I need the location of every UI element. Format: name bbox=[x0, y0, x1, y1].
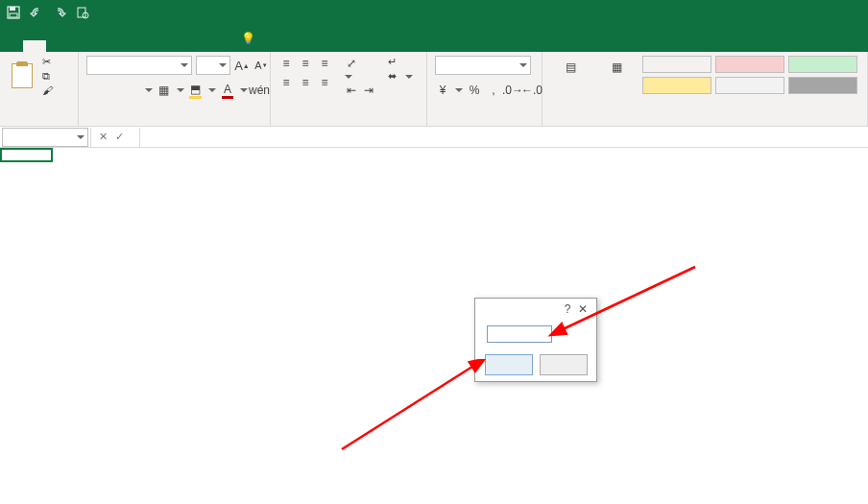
tell-me-search[interactable]: 💡 bbox=[230, 25, 271, 52]
annotation-arrow-2 bbox=[336, 359, 490, 455]
align-middle-icon[interactable]: ≡ bbox=[298, 56, 313, 71]
fill-color-button[interactable]: ⬒ bbox=[188, 83, 204, 98]
style-good[interactable] bbox=[788, 56, 857, 73]
align-left-icon[interactable]: ≡ bbox=[278, 75, 294, 90]
row-height-input[interactable] bbox=[487, 325, 552, 343]
font-size-combo[interactable] bbox=[196, 56, 230, 75]
save-icon[interactable] bbox=[6, 5, 21, 20]
brush-icon: 🖌 bbox=[42, 84, 53, 96]
accounting-dropdown-icon[interactable] bbox=[455, 88, 463, 96]
increase-indent-icon[interactable]: ⇥ bbox=[361, 83, 376, 98]
ok-button[interactable] bbox=[485, 354, 533, 375]
underline-dropdown-icon[interactable] bbox=[145, 88, 153, 96]
ribbon: ✂ ⧉ 🖌 A▲ A▼ ▦ ⬒ A wén bbox=[0, 52, 868, 127]
bold-button[interactable] bbox=[86, 83, 102, 98]
tab-view[interactable] bbox=[161, 40, 184, 52]
scissors-icon: ✂ bbox=[42, 56, 51, 68]
group-alignment: ≡ ≡ ≡ ≡ ≡ ≡ ⤢ ⇤ ⇥ ↵ ⬌ bbox=[271, 52, 427, 126]
copy-button[interactable]: ⧉ bbox=[42, 70, 57, 83]
align-top-icon[interactable]: ≡ bbox=[278, 56, 294, 71]
increase-font-icon[interactable]: A▲ bbox=[234, 58, 250, 73]
cut-button[interactable]: ✂ bbox=[42, 56, 57, 68]
alignment-grid: ≡ ≡ ≡ ≡ ≡ ≡ bbox=[278, 56, 334, 92]
tab-review[interactable] bbox=[138, 40, 161, 52]
group-number: ¥ % , .0→ ←.0 bbox=[427, 52, 542, 126]
enter-icon[interactable]: ✓ bbox=[115, 131, 124, 143]
formula-bar: ✕ ✓ bbox=[0, 127, 868, 148]
font-name-combo[interactable] bbox=[86, 56, 192, 75]
table-format-icon[interactable]: ▦ bbox=[605, 56, 628, 79]
phonetic-button[interactable]: wén bbox=[252, 83, 267, 98]
tab-page-layout[interactable] bbox=[69, 40, 92, 52]
svg-rect-2 bbox=[10, 13, 17, 17]
tab-pdf-tools[interactable] bbox=[207, 40, 230, 52]
align-right-icon[interactable]: ≡ bbox=[317, 75, 332, 90]
merge-icon: ⬌ bbox=[388, 70, 397, 83]
selection-rectangle bbox=[0, 148, 53, 162]
number-format-combo[interactable] bbox=[435, 56, 531, 75]
percent-button[interactable]: % bbox=[467, 83, 482, 98]
paste-button[interactable] bbox=[8, 56, 36, 98]
ribbon-tabs: 💡 bbox=[0, 25, 868, 52]
merge-center-button[interactable]: ⬌ bbox=[388, 70, 413, 83]
print-preview-icon[interactable] bbox=[75, 5, 90, 20]
decrease-indent-icon[interactable]: ⇤ bbox=[344, 83, 359, 98]
decrease-decimal-icon[interactable]: ←.0 bbox=[524, 83, 540, 98]
font-group-label bbox=[86, 122, 262, 124]
redo-icon[interactable] bbox=[52, 5, 67, 20]
group-font: A▲ A▼ ▦ ⬒ A wén bbox=[79, 52, 271, 126]
clipboard-group-label bbox=[8, 122, 70, 124]
row-height-dialog: ? ✕ bbox=[474, 298, 597, 382]
wrap-text-button[interactable]: ↵ bbox=[388, 56, 413, 68]
dialog-close-button[interactable]: ✕ bbox=[575, 302, 591, 316]
cancel-button[interactable] bbox=[540, 354, 588, 375]
tab-insert[interactable] bbox=[46, 40, 69, 52]
fontcolor-dropdown-icon[interactable] bbox=[240, 88, 248, 96]
undo-icon[interactable] bbox=[29, 5, 44, 20]
orientation-dropdown-icon[interactable] bbox=[345, 75, 352, 83]
lightbulb-icon: 💡 bbox=[240, 31, 255, 46]
name-box[interactable] bbox=[2, 128, 88, 147]
increase-decimal-icon[interactable]: .0→ bbox=[505, 83, 520, 98]
fill-dropdown-icon[interactable] bbox=[208, 88, 216, 96]
title-bar bbox=[0, 0, 868, 25]
spreadsheet-grid[interactable]: ? ✕ bbox=[0, 148, 868, 504]
italic-button[interactable] bbox=[106, 83, 121, 98]
clipboard-icon bbox=[12, 63, 33, 88]
style-calculation[interactable] bbox=[715, 77, 784, 94]
underline-button[interactable] bbox=[125, 83, 140, 98]
copy-icon: ⧉ bbox=[42, 70, 50, 83]
tab-home[interactable] bbox=[23, 40, 46, 52]
dialog-help-button[interactable]: ? bbox=[560, 302, 575, 316]
wrap-icon: ↵ bbox=[388, 56, 397, 68]
tab-help[interactable] bbox=[184, 40, 207, 52]
styles-group-label bbox=[550, 122, 859, 124]
style-bad[interactable] bbox=[715, 56, 784, 73]
tab-data[interactable] bbox=[115, 40, 138, 52]
style-normal[interactable] bbox=[642, 56, 711, 73]
cancel-icon[interactable]: ✕ bbox=[99, 131, 108, 143]
group-clipboard: ✂ ⧉ 🖌 bbox=[0, 52, 79, 126]
svg-rect-1 bbox=[10, 7, 15, 11]
orientation-button[interactable]: ⤢ bbox=[344, 56, 359, 71]
formula-input[interactable] bbox=[139, 128, 868, 147]
border-button[interactable]: ▦ bbox=[157, 83, 172, 98]
tab-file[interactable] bbox=[0, 40, 23, 52]
style-check[interactable] bbox=[788, 77, 857, 94]
decrease-font-icon[interactable]: A▼ bbox=[253, 58, 269, 73]
group-styles: ▤ ▦ bbox=[542, 52, 868, 126]
svg-line-6 bbox=[342, 365, 475, 449]
align-bottom-icon[interactable]: ≡ bbox=[317, 56, 332, 71]
format-painter-button[interactable]: 🖌 bbox=[42, 84, 57, 96]
border-dropdown-icon[interactable] bbox=[177, 88, 184, 96]
align-group-label bbox=[278, 122, 419, 124]
style-neutral[interactable] bbox=[642, 77, 711, 94]
align-center-icon[interactable]: ≡ bbox=[298, 75, 313, 90]
comma-button[interactable]: , bbox=[486, 83, 501, 98]
accounting-button[interactable]: ¥ bbox=[435, 83, 450, 98]
merge-dropdown-icon[interactable] bbox=[405, 75, 413, 83]
number-group-label bbox=[435, 122, 534, 124]
font-color-button[interactable]: A bbox=[220, 83, 235, 98]
tab-formulas[interactable] bbox=[92, 40, 115, 52]
conditional-format-icon[interactable]: ▤ bbox=[559, 56, 582, 79]
